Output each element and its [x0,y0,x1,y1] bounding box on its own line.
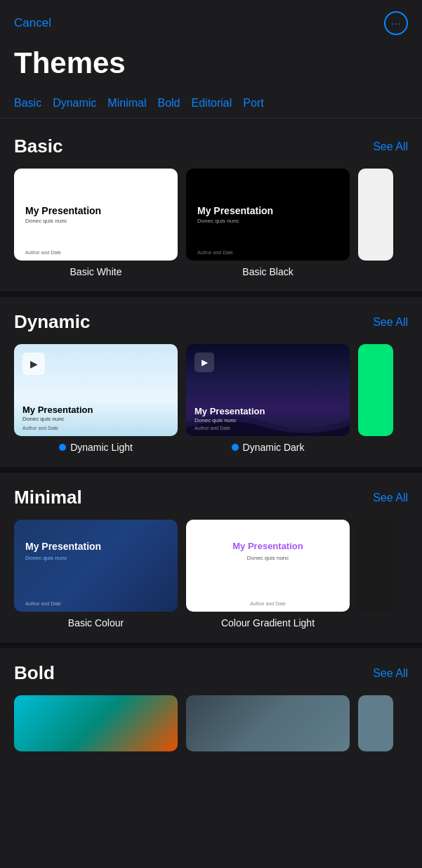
theme-card-minimal-partial[interactable] [358,520,393,629]
header: Cancel ··· [0,0,422,41]
basic-colour-title: My Presentation [25,541,101,552]
colour-gradient-label: Colour Gradient Light [186,617,350,629]
basic-colour-author: Author and Date [25,601,61,606]
basic-white-sub: Donec quis nunc [25,218,166,224]
tab-editorial[interactable]: Editorial [192,91,244,118]
basic-section: Basic See All My Presentation Donec quis… [0,121,422,291]
minimal-section-title: Minimal [14,487,82,508]
dynamic-section: Dynamic See All ▶ My Presentation Donec … [0,297,422,467]
basic-black-sub: Donec quis nunc [197,218,338,224]
bold-partial-thumb [358,695,393,751]
theme-thumb-basic-colour: My Presentation Donec quis nunc Author a… [14,520,178,612]
dynamic-themes-row: ▶ My Presentation Donec quis nunc Author… [14,344,408,461]
bold-thumb-1 [14,695,178,751]
dynamic-dark-title: My Presentation [194,406,265,416]
bold-thumb-2 [186,695,350,751]
play-icon-light: ▶ [22,353,45,375]
bold-see-all-button[interactable]: See All [373,667,408,680]
theme-card-colour-gradient[interactable]: My Presentation Donec quis nunc Author a… [186,520,350,629]
section-separator-3 [0,643,422,648]
basic-see-all-button[interactable]: See All [373,140,408,153]
theme-card-basic-white[interactable]: My Presentation Donec quis nunc Author a… [14,169,178,277]
bold-themes-row [14,695,408,751]
bold-section: Bold See All [0,648,422,751]
dynamic-dark-label: Dynamic Dark [186,442,350,453]
dynamic-dark-sub: Donec quis nunc [194,417,237,423]
theme-card-dynamic-light[interactable]: ▶ My Presentation Donec quis nunc Author… [14,344,178,453]
tab-bold[interactable]: Bold [157,91,191,118]
theme-thumb-colour-gradient: My Presentation Donec quis nunc Author a… [186,520,350,612]
basic-white-author: Author and Date [25,250,61,255]
tab-dynamic[interactable]: Dynamic [53,91,107,118]
bold-section-header: Bold See All [14,662,408,684]
dynamic-dark-dot [232,444,239,451]
basic-partial-thumb [358,169,393,261]
dynamic-light-label-text: Dynamic Light [70,442,133,453]
basic-black-title: My Presentation [197,205,338,216]
basic-section-title: Basic [14,136,62,157]
minimal-themes-row: My Presentation Donec quis nunc Author a… [14,520,408,637]
minimal-section-header: Minimal See All [14,487,408,508]
theme-card-bold-2[interactable] [186,695,350,751]
tab-port[interactable]: Port [243,91,275,118]
basic-colour-sub: Donec quis nunc [25,555,67,561]
colour-gradient-title: My Presentation [186,541,350,551]
theme-card-bold-partial[interactable] [358,695,393,751]
colour-gradient-author: Author and Date [186,601,350,606]
tab-basic[interactable]: Basic [14,91,53,118]
basic-black-author: Author and Date [197,250,233,255]
dynamic-light-title: My Presentation [22,405,93,415]
basic-white-label: Basic White [14,266,178,277]
theme-thumb-dynamic-light: ▶ My Presentation Donec quis nunc Author… [14,344,178,436]
dynamic-section-header: Dynamic See All [14,311,408,333]
cancel-button[interactable]: Cancel [14,16,51,30]
section-separator-1 [0,291,422,297]
dynamic-see-all-button[interactable]: See All [373,316,408,329]
theme-card-bold-1[interactable] [14,695,178,751]
theme-thumb-dynamic-dark: ▶ My Presentation Donec quis nunc Author… [186,344,350,436]
page-title: Themes [0,41,422,91]
basic-black-label: Basic Black [186,266,350,277]
dynamic-section-title: Dynamic [14,311,90,333]
dynamic-light-sub: Donec quis nunc [22,416,65,422]
minimal-section: Minimal See All My Presentation Donec qu… [0,473,422,643]
bold-section-title: Bold [14,662,55,684]
theme-thumb-basic-black: My Presentation Donec quis nunc Author a… [186,169,350,261]
dynamic-light-label: Dynamic Light [14,442,178,453]
dynamic-dark-author: Author and Date [194,426,230,430]
dynamic-dark-label-text: Dynamic Dark [243,442,305,453]
minimal-partial-thumb [358,520,393,612]
theme-card-basic-partial[interactable] [358,169,393,277]
basic-themes-row: My Presentation Donec quis nunc Author a… [14,169,408,286]
dynamic-light-author: Author and Date [22,426,58,430]
minimal-see-all-button[interactable]: See All [373,492,408,504]
colour-gradient-sub: Donec quis nunc [186,555,350,561]
theme-card-dynamic-dark[interactable]: ▶ My Presentation Donec quis nunc Author… [186,344,350,453]
tab-minimal[interactable]: Minimal [107,91,157,118]
play-icon-dark: ▶ [194,353,214,372]
tab-bar: Basic Dynamic Minimal Bold Editorial Por… [0,91,422,119]
theme-thumb-basic-white: My Presentation Donec quis nunc Author a… [14,169,178,261]
dynamic-green-partial-thumb [358,344,393,436]
theme-card-basic-colour[interactable]: My Presentation Donec quis nunc Author a… [14,520,178,629]
theme-card-dynamic-green-partial[interactable] [358,344,393,453]
more-options-button[interactable]: ··· [384,11,408,35]
basic-section-header: Basic See All [14,136,408,157]
basic-colour-label: Basic Colour [14,617,178,629]
section-separator-2 [0,467,422,473]
dynamic-light-dot [59,444,66,451]
basic-white-title: My Presentation [25,205,166,216]
theme-card-basic-black[interactable]: My Presentation Donec quis nunc Author a… [186,169,350,277]
